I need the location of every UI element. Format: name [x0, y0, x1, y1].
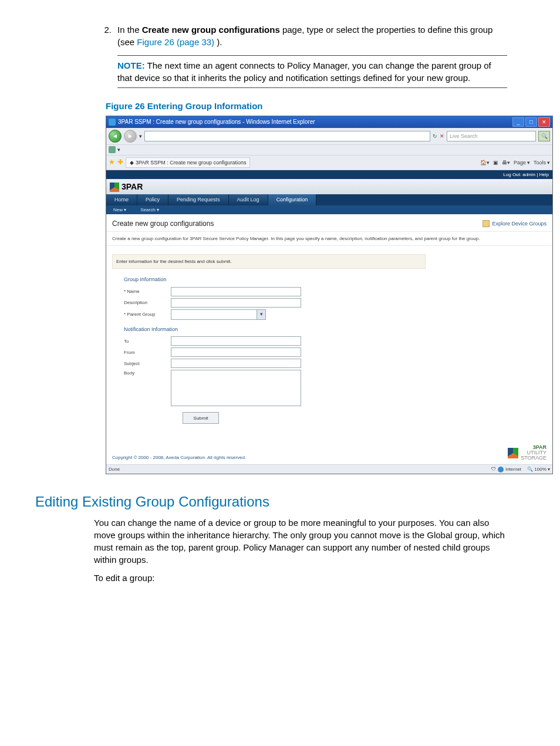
page-header: Create new group configurations Explore … — [106, 214, 552, 232]
notification-information-section: Notification Information To From Subject… — [124, 326, 546, 424]
globe-icon — [498, 467, 504, 472]
back-button[interactable]: ◄ — [109, 130, 122, 143]
logout-link[interactable]: Log Out: admin | Help — [503, 172, 549, 177]
step-text-bold: Create new group configurations — [142, 25, 280, 35]
group-information-section: Group Information * Name Description * P… — [124, 276, 546, 320]
box-icon — [483, 220, 490, 227]
tab-pending-requests[interactable]: Pending Requests — [168, 194, 229, 205]
status-done: Done — [109, 466, 120, 472]
tab-home[interactable]: Home — [106, 194, 137, 205]
body-paragraph-2: To edit a group: — [94, 572, 525, 584]
page-title: Create new group configurations — [112, 219, 214, 229]
tab-strip: ★ ✚ ◆ 3PAR SSPM : Create new group confi… — [106, 156, 552, 171]
form-area: Enter information for the desired fields… — [106, 246, 552, 424]
label-from: From — [124, 349, 171, 356]
zone-text: Internet — [505, 466, 521, 472]
zoom-control[interactable]: 🔍 100% ▾ — [527, 466, 550, 472]
tab-favicon: ◆ — [130, 159, 134, 167]
tools-menu[interactable]: Tools ▾ — [534, 159, 550, 167]
chevron-down-icon: ▾ — [257, 310, 265, 319]
status-bar: Done 🛡 Internet 🔍 100% ▾ — [106, 464, 552, 474]
add-favorite-icon[interactable]: ✚ — [117, 157, 123, 167]
ie-tools: 🏠▾ ▣ 🖶▾ Page ▾ Tools ▾ — [480, 159, 550, 167]
note-text: The next time an agent connects to Polic… — [117, 60, 491, 83]
section-heading: Editing Existing Group Configurations — [35, 492, 525, 512]
note-box: NOTE: The next time an agent connects to… — [117, 55, 507, 88]
notification-info-header: Notification Information — [124, 326, 546, 333]
label-parent-group: * Parent Group — [124, 311, 171, 318]
page-menu[interactable]: Page ▾ — [514, 159, 530, 167]
security-zone[interactable]: 🛡 Internet — [491, 466, 521, 472]
shield-icon: 🛡 — [491, 466, 496, 472]
tab-policy[interactable]: Policy — [137, 194, 168, 205]
url-field[interactable] — [144, 131, 430, 141]
explore-label: Explore Device Groups — [492, 220, 546, 228]
step-number: 2. — [94, 23, 117, 88]
home-icon[interactable]: 🏠▾ — [480, 159, 490, 167]
label-name: * Name — [124, 288, 171, 295]
label-description: Description — [124, 299, 171, 306]
figure-caption: Figure 26 Entering Group Information — [106, 100, 525, 112]
screenshot-window: 3PAR SSPM : Create new group configurati… — [106, 116, 553, 474]
window-titlebar: 3PAR SSPM : Create new group configurati… — [106, 116, 552, 128]
step-2: 2. In the Create new group configuration… — [94, 23, 525, 88]
label-subject: Subject — [124, 360, 171, 367]
form-instructions: Enter information for the desired fields… — [112, 254, 426, 269]
note-label: NOTE: — [117, 60, 145, 70]
textarea-body[interactable] — [171, 370, 301, 406]
brand-logo: 3PAR — [110, 181, 549, 193]
input-from[interactable] — [171, 347, 301, 357]
zoom-value: 100% — [534, 467, 546, 472]
step-text-tail: ). — [217, 37, 222, 47]
copyright-text: Copyright © 2000 - 2008, Axeda Corporati… — [112, 454, 246, 461]
refresh-icon[interactable]: ↻ — [433, 133, 437, 140]
user-bar: Log Out: admin | Help — [106, 170, 552, 179]
address-bar: ◄ ► ▾ ↻ ✕ Live Search 🔍 — [106, 128, 552, 145]
search-box[interactable]: Live Search — [447, 131, 536, 141]
maximize-button[interactable]: □ — [525, 117, 537, 127]
search-placeholder: Live Search — [447, 133, 478, 140]
page-description: Create a new group configuration for 3PA… — [106, 232, 552, 246]
gear-icon[interactable] — [109, 146, 116, 153]
select-parent-group[interactable]: ▾ — [171, 309, 266, 320]
body-paragraph-1: You can change the name of a device or g… — [94, 517, 525, 566]
explore-device-groups[interactable]: Explore Device Groups — [483, 220, 546, 228]
sub-new[interactable]: New ▾ — [106, 205, 133, 214]
toolbar-row: ▾ — [106, 145, 552, 156]
label-body: Body — [124, 370, 171, 376]
app-tabs: Home Policy Pending Requests Audit Log C… — [106, 194, 552, 205]
step-body: In the Create new group configurations p… — [117, 23, 525, 88]
cube-icon — [508, 448, 518, 458]
search-go-button[interactable]: 🔍 — [538, 131, 550, 141]
favorites-star-icon[interactable]: ★ — [109, 157, 115, 167]
group-info-header: Group Information — [124, 276, 546, 283]
forward-button[interactable]: ► — [124, 130, 137, 143]
input-name[interactable] — [171, 287, 301, 296]
tab-audit-log[interactable]: Audit Log — [229, 194, 268, 205]
sub-search[interactable]: Search ▾ — [133, 205, 166, 214]
cube-icon — [110, 183, 119, 192]
input-description[interactable] — [171, 298, 301, 308]
dropdown-icon[interactable]: ▾ — [139, 133, 142, 140]
tab-configuration[interactable]: Configuration — [268, 194, 317, 205]
step-text-pre: In the — [117, 25, 142, 35]
ie-icon — [109, 119, 116, 126]
dropdown-icon[interactable]: ▾ — [117, 146, 120, 154]
brand-text: 3PAR — [122, 181, 143, 193]
feeds-icon[interactable]: ▣ — [493, 159, 498, 167]
input-subject[interactable] — [171, 359, 301, 368]
copyright-row: Copyright © 2000 - 2008, Axeda Corporati… — [106, 430, 552, 464]
minimize-button[interactable]: _ — [512, 117, 524, 127]
submit-button[interactable]: Submit — [183, 412, 219, 424]
window-title: 3PAR SSPM : Create new group configurati… — [118, 118, 315, 126]
app-header — [106, 169, 113, 171]
sub-bar: New ▾ Search ▾ — [106, 205, 552, 214]
stop-icon[interactable]: ✕ — [440, 133, 444, 140]
label-to: To — [124, 338, 171, 345]
footer-brand: 3PAR UTILITY STORAGE — [508, 445, 546, 461]
browser-tab[interactable]: ◆ 3PAR SSPM : Create new group configura… — [126, 157, 250, 168]
figure-link[interactable]: Figure 26 (page 33) — [137, 37, 214, 47]
print-icon[interactable]: 🖶▾ — [502, 159, 510, 167]
close-button[interactable]: ✕ — [538, 117, 550, 127]
input-to[interactable] — [171, 336, 301, 346]
